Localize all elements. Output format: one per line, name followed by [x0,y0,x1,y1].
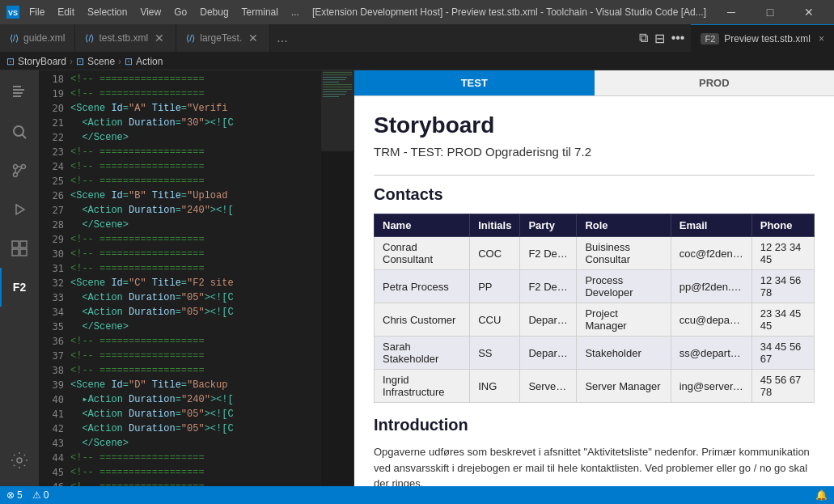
divider-1 [374,175,815,176]
cell-initials: PP [470,270,520,303]
tab-label: largeTest. [200,32,242,44]
error-icon: ⊗ [6,489,15,501]
toggle-panel-icon[interactable]: ⊟ [654,31,665,46]
svg-point-16 [17,458,22,463]
storyboard-subtitle: TRM - TEST: PROD Opgraderisng til 7.2 [374,145,815,159]
menu-view[interactable]: View [133,5,167,19]
storyboard-body: Storyboard TRM - TEST: PROD Opgraderisng… [354,96,834,486]
tabs-overflow[interactable]: ... [270,24,294,52]
menu-file[interactable]: File [23,5,51,19]
cell-phone: 12 34 56 78 [751,270,814,303]
breadcrumb-storyboard[interactable]: StoryBoard [18,56,66,67]
cell-party: F2 Denm [520,237,577,270]
tab-close-button[interactable]: ✕ [153,32,166,44]
svg-point-8 [14,165,18,169]
more-actions-icon[interactable]: ••• [671,31,685,45]
notification-bell-icon[interactable]: 🔔 [815,489,828,501]
menu-edit[interactable]: Edit [51,5,81,19]
minimize-button[interactable]: ─ [713,0,750,24]
warning-count: 0 [44,489,49,501]
close-button[interactable]: ✕ [790,0,828,24]
cell-name: Conrad Consultant [375,237,470,270]
cell-phone: 34 45 56 67 [751,337,814,370]
table-row: Sarah Stakeholder SS Departm Stakeholder… [375,337,815,370]
status-errors[interactable]: ⊗ 5 [6,489,23,501]
cell-role: Stakeholder [577,337,671,370]
main-area: F2 1819202122 2324252627 2829303132 3334… [0,70,834,486]
breadcrumb-scene[interactable]: Scene [87,56,115,67]
introduction-text: Opgaverne udføres som beskrevet i afsnit… [374,444,815,486]
col-role: Role [577,214,671,237]
error-count: 5 [17,489,23,501]
cell-email: pp@f2den.com [671,270,751,303]
tab-bar: ⟨/⟩ guide.xml ⟨/⟩ test.stb.xml ✕ ⟨/⟩ lar… [0,24,834,53]
contacts-section-title: Contacts [374,185,815,204]
env-tab-prod[interactable]: PROD [595,70,835,95]
activity-extensions[interactable] [0,229,39,268]
col-party: Party [520,214,577,237]
table-row: Chris Customer CCU Departm Project Manag… [375,303,815,337]
svg-point-9 [22,165,26,169]
cell-initials: ING [470,370,520,403]
tab-close-large[interactable]: ✕ [247,32,260,44]
breadcrumb: ⊡ StoryBoard › ⊡ Scene › ⊡ Action [0,53,834,70]
cell-role: Buisiness Consultar [577,237,671,270]
menu-debug[interactable]: Debug [193,5,235,19]
svg-line-7 [23,135,27,139]
code-editor[interactable]: 1819202122 2324252627 2829303132 3334353… [39,70,353,486]
split-editor-icon[interactable]: ⧉ [639,31,648,45]
menu-more[interactable]: ... [285,5,306,19]
cell-email: ss@department.cor [671,337,751,370]
minimap[interactable] [321,70,353,486]
svg-rect-28 [321,70,353,151]
tab-largetest[interactable]: ⟨/⟩ largeTest. ✕ [176,24,270,52]
table-row: Petra Process PP F2 Denm Process Develop… [375,270,815,303]
window-title: [Extension Development Host] - Preview t… [306,6,713,18]
cell-name: Ingrid Infrastructure [375,370,470,403]
menu-terminal[interactable]: Terminal [235,5,285,19]
cell-email: ccu@department.co [671,303,751,337]
env-tab-test[interactable]: TEST [354,70,595,95]
cell-party: F2 Denm [520,270,577,303]
svg-point-10 [14,173,18,177]
table-row: Conrad Consultant COC F2 Denm Buisiness … [375,237,815,270]
code-text: <!-- ================== <!-- ===========… [67,70,321,486]
preview-content[interactable]: TEST PROD Storyboard TRM - TEST: PROD Op… [354,70,834,486]
preview-tab-title: Preview test.stb.xml [724,33,811,44]
tab-stb-icon: ⟨/⟩ [85,33,94,44]
svg-text:VS: VS [8,9,18,17]
cell-initials: SS [470,337,520,370]
statusbar-right: 🔔 [815,489,828,501]
restore-button[interactable]: □ [751,0,789,24]
tab-guide-xml[interactable]: ⟨/⟩ guide.xml [0,24,75,52]
svg-rect-13 [20,241,27,248]
activity-source-control[interactable] [0,151,39,190]
activity-f2[interactable]: F2 [0,268,39,307]
editor-area: 1819202122 2324252627 2829303132 3334353… [39,70,834,486]
col-initials: Initials [470,214,520,237]
activity-debug[interactable] [0,190,39,229]
activity-settings[interactable] [0,441,39,480]
preview-pane: TEST PROD Storyboard TRM - TEST: PROD Op… [354,70,834,486]
cell-name: Petra Process [375,270,470,303]
breadcrumb-sep-2: › [118,56,121,67]
breadcrumb-icon-3: ⊡ [125,56,133,67]
menu-selection[interactable]: Selection [81,5,133,19]
env-tab-bar: TEST PROD [354,70,834,96]
tab-test-stb[interactable]: ⟨/⟩ test.stb.xml ✕ [75,24,176,52]
cell-email: ing@server.com [671,370,751,403]
cell-initials: COC [470,237,520,270]
activity-explorer[interactable] [0,74,39,112]
svg-rect-15 [20,249,27,256]
svg-rect-4 [13,92,23,94]
svg-marker-11 [16,205,24,214]
menu-go[interactable]: Go [167,5,193,19]
tab-label: test.stb.xml [99,32,148,44]
preview-close-button[interactable]: × [819,33,824,44]
breadcrumb-action[interactable]: Action [136,56,163,67]
cell-party: Departm [520,303,577,337]
svg-rect-3 [13,89,24,91]
activity-search[interactable] [0,112,39,151]
table-row: Ingrid Infrastructure ING Server Se Serv… [375,370,815,403]
status-warnings[interactable]: ⚠ 0 [32,489,49,501]
